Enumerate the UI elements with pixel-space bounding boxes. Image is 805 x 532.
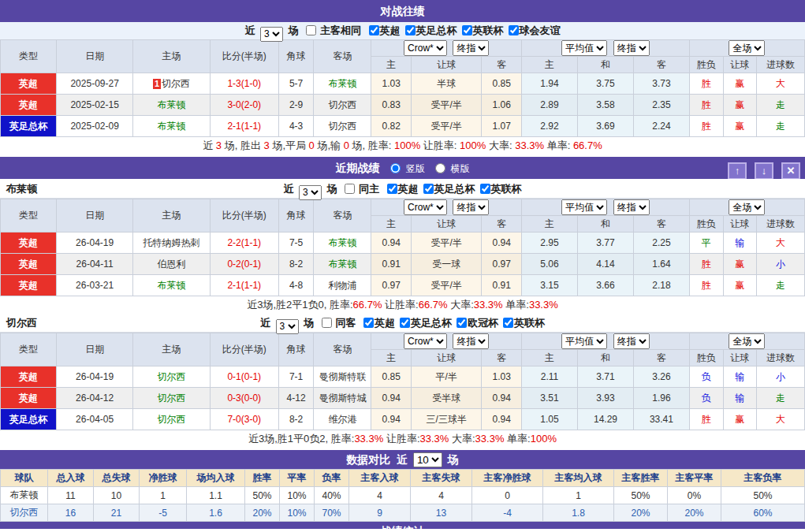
- away-team-cell[interactable]: 曼彻斯特城: [314, 388, 371, 409]
- euro-odds-time-select[interactable]: 终指: [613, 40, 650, 56]
- away-team-cell[interactable]: 切尔西: [314, 95, 371, 116]
- same-away-checkbox[interactable]: 同客: [317, 317, 359, 329]
- score-cell[interactable]: 2-1(1-1): [210, 275, 278, 296]
- league-checkbox-input[interactable]: [387, 184, 397, 194]
- home-team-cell[interactable]: 伯恩利: [133, 254, 210, 275]
- league-checkbox-input[interactable]: [503, 318, 513, 328]
- home-team-cell[interactable]: 切尔西: [133, 388, 210, 409]
- score-cell[interactable]: 3-0(2-0): [210, 95, 278, 116]
- league-checkbox[interactable]: 英足总杯: [419, 183, 475, 195]
- euro-odds-time-select[interactable]: 终指: [613, 199, 650, 215]
- full-half-select[interactable]: 全场: [729, 40, 765, 56]
- match-type-cell[interactable]: 英足总杯: [1, 116, 57, 137]
- away-team-cell[interactable]: 布莱顿: [314, 233, 371, 254]
- same-home-input[interactable]: [345, 184, 355, 194]
- euro-bookmaker-select[interactable]: 平均值: [561, 199, 607, 215]
- odds-time-select[interactable]: 终指: [453, 333, 489, 349]
- same-home-checkbox[interactable]: 同主: [340, 183, 382, 195]
- compare-games-select[interactable]: 10: [413, 452, 442, 467]
- match-type-cell[interactable]: 英超: [1, 388, 57, 409]
- league-checkbox-input[interactable]: [369, 25, 379, 35]
- chelsea-filter-bar: 切尔西 近 3 场 同客 英超英足总杯欧冠杯英联杯: [0, 313, 805, 333]
- score-cell[interactable]: 2-2(1-1): [210, 233, 278, 254]
- home-team-cell[interactable]: 切尔西: [133, 366, 210, 388]
- league-checkbox[interactable]: 英联杯: [457, 24, 504, 36]
- league-checkbox[interactable]: 欧冠杯: [452, 317, 498, 329]
- league-checkbox-input[interactable]: [457, 318, 467, 328]
- match-type-cell[interactable]: 英超: [1, 95, 57, 116]
- close-button[interactable]: ✕: [781, 162, 800, 180]
- vertical-radio-input[interactable]: [390, 163, 401, 173]
- team-name-cell[interactable]: 切尔西: [1, 504, 48, 522]
- match-type-cell[interactable]: 英足总杯: [1, 409, 57, 430]
- league-checkbox[interactable]: 英超: [359, 317, 395, 329]
- move-up-button[interactable]: ↑: [728, 162, 747, 180]
- bookmaker-select[interactable]: Crow*: [404, 199, 447, 215]
- bookmaker-select[interactable]: Crow*: [404, 333, 447, 349]
- away-team-cell[interactable]: 维尔港: [314, 409, 371, 430]
- asian-handicap-cell: 受平/半: [412, 95, 482, 116]
- same-away-input[interactable]: [322, 318, 332, 328]
- home-team-cell[interactable]: 托特纳姆热刺: [133, 233, 210, 254]
- games-label: 场: [304, 317, 314, 329]
- full-half-select[interactable]: 全场: [729, 333, 765, 349]
- league-checkbox-input[interactable]: [462, 25, 472, 35]
- odds-time-select[interactable]: 终指: [453, 199, 489, 215]
- away-team-cell[interactable]: 布莱顿: [314, 73, 371, 95]
- h2h-games-select[interactable]: 3: [260, 27, 283, 42]
- same-home-away-input[interactable]: [306, 25, 316, 35]
- match-type-cell[interactable]: 英超: [1, 254, 57, 275]
- score-cell[interactable]: 0-2(0-1): [210, 254, 278, 275]
- team-name-cell[interactable]: 布莱顿: [1, 487, 48, 504]
- away-team-cell[interactable]: 切尔西: [314, 116, 371, 137]
- cmp-col-ha-loss-rate: 主客负率: [721, 470, 805, 487]
- score-cell[interactable]: 2-1(1-1): [210, 116, 278, 137]
- home-team-cell[interactable]: 布莱顿: [133, 95, 210, 116]
- score-cell[interactable]: 7-0(3-0): [210, 409, 278, 430]
- score-cell[interactable]: 1-3(1-0): [210, 73, 278, 95]
- score-cell[interactable]: 0-1(0-1): [210, 366, 278, 388]
- euro-bookmaker-select[interactable]: 平均值: [561, 333, 607, 349]
- home-team-cell[interactable]: 布莱顿: [133, 116, 210, 137]
- league-checkbox[interactable]: 英联杯: [498, 317, 545, 329]
- match-type-cell[interactable]: 英超: [1, 275, 57, 296]
- league-checkbox-input[interactable]: [400, 318, 410, 328]
- chelsea-games-select[interactable]: 3: [276, 319, 299, 334]
- euro-bookmaker-select[interactable]: 平均值: [561, 40, 607, 56]
- horizontal-layout-radio[interactable]: 横版: [435, 163, 469, 174]
- match-type-cell[interactable]: 英超: [1, 73, 57, 95]
- euro-odds-selectors: 平均值 终指: [522, 333, 690, 350]
- match-row: 英超26-04-11伯恩利0-2(0-1)8-2布莱顿0.91受一球0.975.…: [1, 254, 805, 275]
- league-checkbox-input[interactable]: [423, 184, 434, 194]
- home-team-cell[interactable]: 布莱顿: [133, 275, 210, 296]
- odds-time-select[interactable]: 终指: [453, 40, 489, 56]
- match-type-cell[interactable]: 英超: [1, 233, 57, 254]
- league-checkbox[interactable]: 英超: [382, 183, 419, 195]
- euro-odds-time-select[interactable]: 终指: [613, 333, 650, 349]
- horizontal-radio-input[interactable]: [435, 163, 445, 173]
- away-team-cell[interactable]: 利物浦: [314, 275, 371, 296]
- move-down-button[interactable]: ↓: [755, 162, 773, 180]
- away-team-cell[interactable]: 曼彻斯特联: [314, 366, 371, 388]
- match-type-cell[interactable]: 英超: [1, 366, 57, 388]
- euro-draw-odds-cell: 3.66: [577, 275, 633, 296]
- league-checkbox-input[interactable]: [480, 184, 490, 194]
- vertical-layout-radio[interactable]: 竖版: [390, 163, 427, 174]
- bookmaker-select[interactable]: Crow*: [404, 40, 447, 56]
- summary-segment: 场,输: [315, 140, 344, 151]
- league-checkbox[interactable]: 英超: [364, 24, 401, 36]
- league-checkbox[interactable]: 英联杯: [475, 183, 522, 195]
- away-team-cell[interactable]: 布莱顿: [314, 254, 371, 275]
- same-home-away-checkbox[interactable]: 主客相同: [301, 24, 363, 36]
- brighton-games-select[interactable]: 3: [299, 185, 322, 200]
- home-team-cell[interactable]: 切尔西: [133, 409, 210, 430]
- league-checkbox[interactable]: 英足总杯: [395, 317, 452, 329]
- league-checkbox-input[interactable]: [363, 318, 374, 328]
- league-checkbox-input[interactable]: [405, 25, 416, 35]
- league-checkbox[interactable]: 球会友谊: [504, 24, 561, 36]
- full-half-select[interactable]: 全场: [729, 199, 765, 215]
- league-checkbox-input[interactable]: [509, 25, 519, 35]
- league-checkbox[interactable]: 英足总杯: [401, 24, 457, 36]
- home-team-cell[interactable]: 1切尔西: [133, 73, 210, 95]
- score-cell[interactable]: 0-3(0-0): [210, 388, 278, 409]
